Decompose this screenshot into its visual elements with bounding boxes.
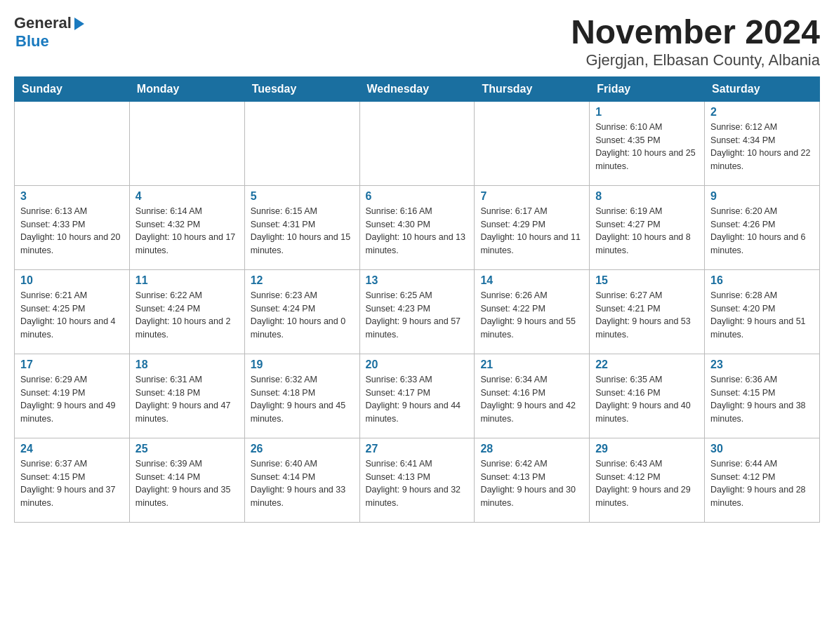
day-info: Sunrise: 6:15 AMSunset: 4:31 PMDaylight:…: [251, 205, 354, 257]
day-number: 17: [20, 358, 124, 371]
day-info: Sunrise: 6:29 AMSunset: 4:19 PMDaylight:…: [20, 373, 124, 426]
day-number: 4: [135, 190, 239, 203]
table-row: 20Sunrise: 6:33 AMSunset: 4:17 PMDayligh…: [359, 354, 475, 438]
table-row: 1Sunrise: 6:10 AMSunset: 4:35 PMDaylight…: [590, 101, 705, 185]
header-sunday: Sunday: [15, 76, 130, 101]
table-row: 7Sunrise: 6:17 AMSunset: 4:29 PMDaylight…: [475, 185, 590, 269]
table-row: 8Sunrise: 6:19 AMSunset: 4:27 PMDaylight…: [590, 185, 705, 269]
day-number: 26: [251, 443, 354, 455]
day-number: 23: [710, 358, 814, 371]
day-info: Sunrise: 6:12 AMSunset: 4:34 PMDaylight:…: [710, 121, 814, 173]
day-info: Sunrise: 6:43 AMSunset: 4:12 PMDaylight:…: [595, 457, 699, 510]
day-number: 7: [480, 190, 583, 203]
day-number: 16: [710, 274, 814, 287]
day-number: 15: [595, 274, 699, 287]
day-number: 24: [20, 443, 124, 455]
table-row: 14Sunrise: 6:26 AMSunset: 4:22 PMDayligh…: [475, 269, 590, 354]
day-info: Sunrise: 6:35 AMSunset: 4:16 PMDaylight:…: [595, 373, 699, 426]
table-row: 13Sunrise: 6:25 AMSunset: 4:23 PMDayligh…: [359, 269, 475, 354]
day-number: 12: [251, 274, 354, 287]
day-info: Sunrise: 6:31 AMSunset: 4:18 PMDaylight:…: [135, 373, 239, 426]
table-row: 24Sunrise: 6:37 AMSunset: 4:15 PMDayligh…: [15, 438, 130, 522]
table-row: 6Sunrise: 6:16 AMSunset: 4:30 PMDaylight…: [359, 185, 475, 269]
table-row: 28Sunrise: 6:42 AMSunset: 4:13 PMDayligh…: [475, 438, 590, 522]
table-row: [359, 101, 475, 185]
calendar-week-row: 1Sunrise: 6:10 AMSunset: 4:35 PMDaylight…: [15, 101, 820, 185]
table-row: 2Sunrise: 6:12 AMSunset: 4:34 PMDaylight…: [705, 101, 820, 185]
header-tuesday: Tuesday: [244, 76, 359, 101]
day-info: Sunrise: 6:10 AMSunset: 4:35 PMDaylight:…: [595, 121, 699, 173]
logo-general-text: General: [14, 14, 72, 32]
day-info: Sunrise: 6:39 AMSunset: 4:14 PMDaylight:…: [135, 457, 239, 510]
logo-blue-text: Blue: [15, 32, 49, 50]
day-number: 21: [480, 358, 583, 371]
day-number: 20: [366, 358, 469, 371]
calendar-week-row: 3Sunrise: 6:13 AMSunset: 4:33 PMDaylight…: [15, 185, 820, 269]
day-info: Sunrise: 6:19 AMSunset: 4:27 PMDaylight:…: [595, 205, 699, 257]
day-info: Sunrise: 6:25 AMSunset: 4:23 PMDaylight:…: [366, 289, 469, 342]
table-row: 27Sunrise: 6:41 AMSunset: 4:13 PMDayligh…: [359, 438, 475, 522]
day-info: Sunrise: 6:33 AMSunset: 4:17 PMDaylight:…: [366, 373, 469, 426]
day-info: Sunrise: 6:32 AMSunset: 4:18 PMDaylight:…: [251, 373, 354, 426]
table-row: 17Sunrise: 6:29 AMSunset: 4:19 PMDayligh…: [15, 354, 130, 438]
weekday-header-row: Sunday Monday Tuesday Wednesday Thursday…: [15, 76, 820, 101]
header-monday: Monday: [129, 76, 244, 101]
day-info: Sunrise: 6:40 AMSunset: 4:14 PMDaylight:…: [251, 457, 354, 510]
day-number: 29: [595, 443, 699, 455]
day-info: Sunrise: 6:20 AMSunset: 4:26 PMDaylight:…: [710, 205, 814, 257]
table-row: 16Sunrise: 6:28 AMSunset: 4:20 PMDayligh…: [705, 269, 820, 354]
day-number: 22: [595, 358, 699, 371]
table-row: 21Sunrise: 6:34 AMSunset: 4:16 PMDayligh…: [475, 354, 590, 438]
title-block: November 2024 Gjergjan, Elbasan County, …: [571, 14, 820, 69]
day-info: Sunrise: 6:27 AMSunset: 4:21 PMDaylight:…: [595, 289, 699, 342]
day-number: 25: [135, 443, 239, 455]
day-number: 27: [366, 443, 469, 455]
table-row: 11Sunrise: 6:22 AMSunset: 4:24 PMDayligh…: [129, 269, 244, 354]
page-title: November 2024: [571, 14, 820, 51]
day-info: Sunrise: 6:26 AMSunset: 4:22 PMDaylight:…: [480, 289, 583, 342]
calendar-week-row: 17Sunrise: 6:29 AMSunset: 4:19 PMDayligh…: [15, 354, 820, 438]
logo: General Blue: [14, 14, 84, 51]
table-row: 29Sunrise: 6:43 AMSunset: 4:12 PMDayligh…: [590, 438, 705, 522]
day-info: Sunrise: 6:36 AMSunset: 4:15 PMDaylight:…: [710, 373, 814, 426]
header-saturday: Saturday: [705, 76, 820, 101]
table-row: 25Sunrise: 6:39 AMSunset: 4:14 PMDayligh…: [129, 438, 244, 522]
day-number: 9: [710, 190, 814, 203]
table-row: [475, 101, 590, 185]
table-row: 30Sunrise: 6:44 AMSunset: 4:12 PMDayligh…: [705, 438, 820, 522]
day-info: Sunrise: 6:21 AMSunset: 4:25 PMDaylight:…: [20, 289, 124, 342]
day-number: 28: [480, 443, 583, 455]
day-number: 2: [710, 106, 814, 119]
day-number: 13: [366, 274, 469, 287]
day-number: 19: [251, 358, 354, 371]
page-header: General Blue November 2024 Gjergjan, Elb…: [14, 14, 820, 69]
day-info: Sunrise: 6:28 AMSunset: 4:20 PMDaylight:…: [710, 289, 814, 342]
table-row: 4Sunrise: 6:14 AMSunset: 4:32 PMDaylight…: [129, 185, 244, 269]
day-number: 5: [251, 190, 354, 203]
day-info: Sunrise: 6:16 AMSunset: 4:30 PMDaylight:…: [366, 205, 469, 257]
table-row: 19Sunrise: 6:32 AMSunset: 4:18 PMDayligh…: [244, 354, 359, 438]
table-row: 22Sunrise: 6:35 AMSunset: 4:16 PMDayligh…: [590, 354, 705, 438]
table-row: 23Sunrise: 6:36 AMSunset: 4:15 PMDayligh…: [705, 354, 820, 438]
day-info: Sunrise: 6:44 AMSunset: 4:12 PMDaylight:…: [710, 457, 814, 510]
header-wednesday: Wednesday: [359, 76, 475, 101]
day-number: 30: [710, 443, 814, 455]
logo-triangle-icon: [74, 18, 84, 30]
day-number: 8: [595, 190, 699, 203]
table-row: 5Sunrise: 6:15 AMSunset: 4:31 PMDaylight…: [244, 185, 359, 269]
header-friday: Friday: [590, 76, 705, 101]
header-thursday: Thursday: [475, 76, 590, 101]
day-number: 18: [135, 358, 239, 371]
day-info: Sunrise: 6:13 AMSunset: 4:33 PMDaylight:…: [20, 205, 124, 257]
day-number: 14: [480, 274, 583, 287]
day-info: Sunrise: 6:14 AMSunset: 4:32 PMDaylight:…: [135, 205, 239, 257]
table-row: [129, 101, 244, 185]
day-number: 10: [20, 274, 124, 287]
day-info: Sunrise: 6:34 AMSunset: 4:16 PMDaylight:…: [480, 373, 583, 426]
calendar-week-row: 10Sunrise: 6:21 AMSunset: 4:25 PMDayligh…: [15, 269, 820, 354]
table-row: [244, 101, 359, 185]
table-row: 26Sunrise: 6:40 AMSunset: 4:14 PMDayligh…: [244, 438, 359, 522]
day-info: Sunrise: 6:42 AMSunset: 4:13 PMDaylight:…: [480, 457, 583, 510]
table-row: 15Sunrise: 6:27 AMSunset: 4:21 PMDayligh…: [590, 269, 705, 354]
calendar-week-row: 24Sunrise: 6:37 AMSunset: 4:15 PMDayligh…: [15, 438, 820, 522]
